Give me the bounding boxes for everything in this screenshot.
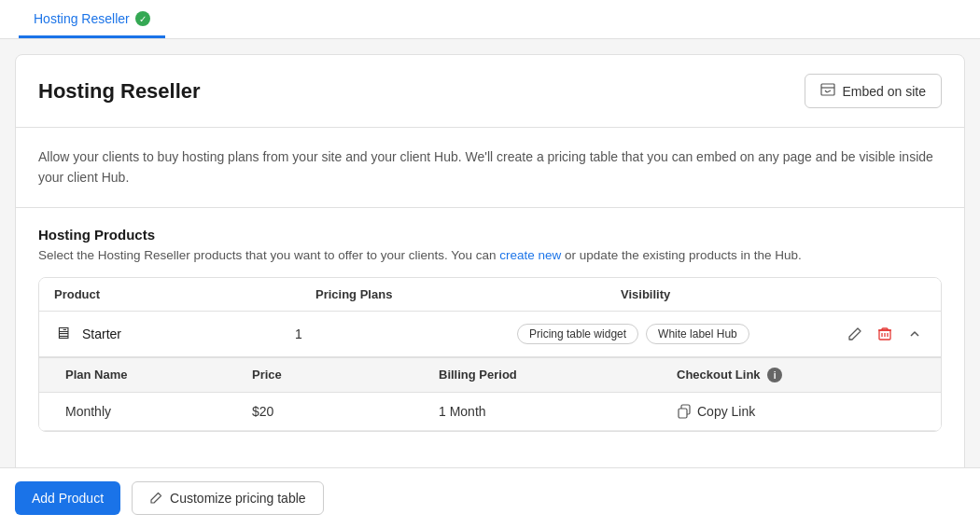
svg-line-2	[825, 90, 827, 92]
pricing-plans-count: 1	[295, 327, 510, 341]
copy-link-button[interactable]: Copy Link	[677, 404, 755, 419]
page-header: Hosting Reseller Embed on site	[16, 55, 964, 128]
create-new-link[interactable]: create new	[499, 248, 561, 262]
product-name: Starter	[82, 327, 287, 341]
add-product-button[interactable]: Add Product	[15, 481, 120, 515]
collapse-button[interactable]	[903, 323, 926, 345]
tag-white-label-hub: White label Hub	[646, 324, 749, 344]
footer-actions: Add Product Customize pricing table	[0, 467, 980, 528]
description-text: Allow your clients to buy hosting plans …	[38, 149, 933, 185]
embed-on-site-button[interactable]: Embed on site	[805, 74, 943, 108]
sub-col-plan-name: Plan Name	[65, 368, 252, 383]
tab-bar: Hosting Reseller ✓	[0, 0, 980, 39]
tab-label: Hosting Reseller	[34, 11, 130, 26]
col-pricing-plans: Pricing Plans	[315, 287, 621, 301]
col-visibility: Visibility	[621, 287, 926, 301]
visibility-tags: Pricing table widget White label Hub	[517, 324, 836, 344]
sub-col-price: Price	[252, 368, 439, 383]
svg-line-3	[827, 90, 831, 92]
sub-col-checkout-link: Checkout Link i	[677, 368, 915, 383]
checkout-link-info-icon: i	[767, 368, 782, 382]
plan-billing-period: 1 Month	[439, 404, 677, 419]
svg-rect-10	[679, 409, 687, 418]
tag-pricing-table-widget: Pricing table widget	[517, 324, 638, 344]
section-description: Select the Hosting Reseller products tha…	[38, 248, 942, 262]
products-section: Hosting Products Select the Hosting Rese…	[16, 208, 964, 452]
plan-name: Monthly	[65, 404, 252, 419]
sub-table: Plan Name Price Billing Period Checkout …	[39, 357, 941, 432]
section-title: Hosting Products	[38, 227, 942, 243]
col-product: Product	[54, 287, 315, 301]
main-content: Hosting Reseller Embed on site Allow you…	[15, 54, 965, 511]
tab-hosting-reseller[interactable]: Hosting Reseller ✓	[19, 0, 165, 38]
plan-row: Monthly $20 1 Month Copy Link	[39, 393, 941, 431]
tab-check-icon: ✓	[135, 11, 150, 26]
sub-col-billing-period: Billing Period	[439, 368, 677, 383]
table-row: 🖥 Starter 1 Pricing table widget White l…	[39, 312, 941, 357]
delete-button[interactable]	[874, 323, 896, 345]
page-title: Hosting Reseller	[38, 79, 201, 104]
plan-price: $20	[252, 404, 439, 419]
sub-table-header: Plan Name Price Billing Period Checkout …	[39, 358, 941, 394]
product-actions	[844, 323, 926, 345]
customize-pricing-table-button[interactable]: Customize pricing table	[132, 481, 324, 515]
embed-icon	[820, 82, 835, 100]
plan-checkout-link: Copy Link	[677, 404, 915, 419]
table-header: Product Pricing Plans Visibility	[39, 278, 941, 312]
description-section: Allow your clients to buy hosting plans …	[16, 128, 964, 208]
svg-rect-0	[821, 84, 834, 95]
products-table: Product Pricing Plans Visibility 🖥 Start…	[38, 277, 942, 433]
product-icon: 🖥	[54, 324, 71, 343]
embed-btn-label: Embed on site	[843, 84, 927, 99]
edit-button[interactable]	[844, 323, 866, 345]
